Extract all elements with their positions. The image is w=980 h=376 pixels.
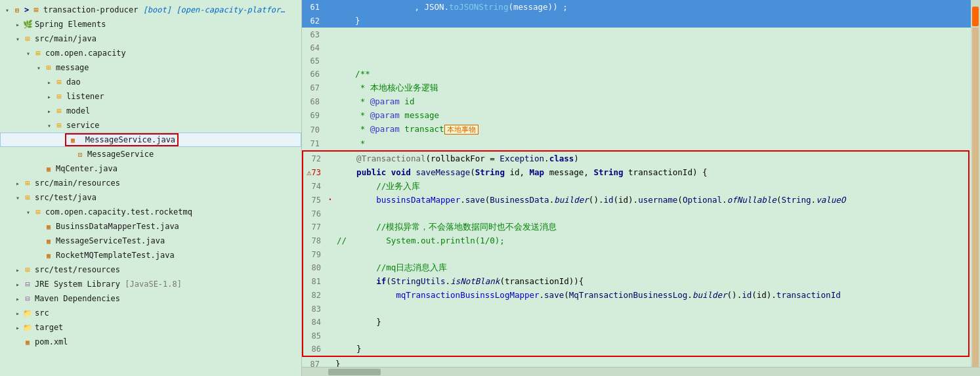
line-content: } — [333, 14, 971, 28]
tree-item-messageservicejava[interactable]: ▦ MessageService.java — [0, 133, 301, 147]
tree-item-messageservicetest[interactable]: ▦ MessageServiceTest.java — [0, 234, 301, 248]
line-number: 74 — [303, 179, 326, 193]
line-content: mqTransactionBusinssLogMapper.save(MqTra… — [334, 288, 968, 302]
line-dot — [325, 54, 333, 67]
java-file-icon: ▦ — [43, 250, 54, 261]
line-content: public void saveMessage(String id, Map m… — [334, 165, 968, 179]
line-dot — [325, 81, 333, 94]
tree-item-mavendependencies[interactable]: ⊟ Maven Dependencies — [0, 291, 301, 306]
code-line-76: 76 — [303, 207, 968, 220]
line-content: //业务入库 — [334, 179, 968, 193]
tree-item-root[interactable]: ⊞ > ⊞ transaction-producer [boot] [open-… — [0, 3, 301, 17]
line-number: 79 — [303, 247, 326, 261]
package-icon: ⊞ — [22, 192, 33, 203]
code-line-62: 62 } — [302, 14, 971, 28]
item-label: target — [35, 323, 63, 332]
line-number: 78 — [303, 234, 326, 247]
item-label: model — [66, 106, 90, 115]
code-line-61: 61 , JSON.toJSONString(message)) ; — [302, 0, 971, 14]
line-content: , JSON.toJSONString(message)) ; — [333, 0, 971, 14]
line-content — [333, 54, 971, 67]
line-number: 86 — [303, 342, 326, 356]
tree-item-srctestresources[interactable]: ⊞ src/test/resources — [0, 262, 301, 277]
line-dot — [325, 28, 333, 41]
code-line-80: 80 //mq日志消息入库 — [303, 261, 968, 274]
tree-item-target[interactable]: 📁 target — [0, 320, 301, 335]
code-line-85: 85 — [303, 329, 968, 342]
tree-item-listener[interactable]: ⊞ listener — [0, 89, 301, 104]
line-dot — [326, 342, 334, 356]
item-label: src — [35, 308, 49, 318]
red-border-section: 72 @Transactional(rollbackFor = Exceptio… — [302, 150, 969, 357]
tree-item-message[interactable]: ⊞ message — [0, 60, 301, 75]
package-icon: ⊞ — [22, 178, 33, 188]
line-content: * 本地核心业务逻辑 — [333, 81, 971, 94]
line-content — [333, 28, 971, 41]
code-line-81: 81 if(StringUtils.isNotBlank(transaction… — [303, 274, 968, 288]
scrollbar-thumb[interactable] — [972, 7, 979, 26]
item-label: com.open.capacity.test.rocketmq — [45, 207, 192, 217]
item-label: MessageService — [87, 150, 154, 159]
item-label: src/main/resources — [35, 178, 120, 188]
arrow-icon — [13, 308, 22, 318]
line-dot — [326, 247, 334, 261]
tree-item-dao[interactable]: ⊞ dao — [0, 75, 301, 89]
line-content: // System.out.println(1/0); — [334, 234, 968, 247]
code-line-75: 75 • bussinsDataMapper.save(BusinessData… — [303, 193, 968, 207]
line-content: if(StringUtils.isNotBlank(transactionId)… — [334, 274, 968, 288]
tree-item-messageservice[interactable]: ⊡ MessageService — [0, 147, 301, 161]
tree-item-jresystemlibrary[interactable]: ⊟ JRE System Library [JavaSE-1.8] — [0, 277, 301, 291]
code-line-71: 71 * — [302, 136, 971, 150]
tree-item-comopencapacity[interactable]: ⊞ com.open.capacity — [0, 46, 301, 60]
tree-item-srcmainresources[interactable]: ⊞ src/main/resources — [0, 176, 301, 190]
tree-item-srctestjava[interactable]: ⊞ src/test/java — [0, 190, 301, 205]
spring-icon: 🌿 — [22, 19, 33, 30]
arrow-icon — [13, 294, 22, 303]
tree-item-rocketmqtemplatetest[interactable]: ▦ RocketMQTemplateTest.java — [0, 248, 301, 262]
tree-item-mqcenterjava[interactable]: ▦ MqCenter.java — [0, 161, 301, 176]
java-icon: ⊡ — [75, 149, 85, 159]
vertical-scrollbar[interactable] — [971, 0, 980, 367]
arrow-icon — [13, 265, 22, 274]
code-line-72: 72 @Transactional(rollbackFor = Exceptio… — [303, 152, 968, 165]
line-dot: • — [326, 193, 334, 207]
java-file-icon: ▦ — [43, 221, 54, 232]
file-tree[interactable]: ⊞ > ⊞ transaction-producer [boot] [open-… — [0, 0, 302, 376]
item-label: RocketMQTemplateTest.java — [56, 251, 175, 260]
code-line-84: 84 } — [303, 315, 968, 329]
line-number: 64 — [302, 41, 325, 54]
line-dot — [325, 94, 333, 108]
horizontal-scrollbar[interactable] — [302, 367, 980, 376]
line-content: bussinsDataMapper.save(BusinessData.buil… — [334, 193, 968, 207]
tree-item-comopencapacitytest[interactable]: ⊞ com.open.capacity.test.rocketmq — [0, 205, 301, 219]
line-number: 61 — [302, 0, 325, 14]
line-dot — [326, 315, 334, 329]
line-number: 87 — [302, 357, 325, 367]
line-number: 62 — [302, 14, 325, 28]
line-number: 82 — [303, 288, 326, 302]
package-icon: ⊞ — [54, 91, 64, 102]
tree-item-service[interactable]: ⊞ service — [0, 118, 301, 133]
tree-item-bussinssdatamappertest[interactable]: ▦ BusinssDataMapperTest.java — [0, 219, 301, 234]
line-content: } — [334, 342, 968, 356]
line-dot — [326, 329, 334, 342]
scrollbar-thumb-horizontal[interactable] — [328, 369, 381, 375]
arrow-icon — [24, 49, 33, 58]
line-dot — [326, 274, 334, 288]
tree-item-srcmainjava[interactable]: ⊞ src/main/java — [0, 31, 301, 46]
item-label: Maven Dependencies — [35, 294, 120, 303]
line-dot — [326, 261, 334, 274]
arrow-icon — [3, 5, 12, 14]
code-line-67: 67 * 本地核心业务逻辑 — [302, 81, 971, 94]
line-number: 77 — [303, 220, 326, 234]
tree-item-spring[interactable]: 🌿 Spring Elements — [0, 17, 301, 31]
line-number: 63 — [302, 28, 325, 41]
item-label: dao — [66, 77, 81, 87]
code-lines-wrapper[interactable]: 61 , JSON.toJSONString(message)) ; 62 } … — [302, 0, 971, 367]
tree-item-pomxml[interactable]: ▦ pom.xml — [0, 335, 301, 349]
line-content: /** — [333, 67, 971, 81]
java-file-icon: ▦ — [43, 236, 54, 246]
tree-item-src[interactable]: 📁 src — [0, 306, 301, 320]
tree-item-model[interactable]: ⊞ model — [0, 104, 301, 118]
arrow-icon — [13, 323, 22, 332]
